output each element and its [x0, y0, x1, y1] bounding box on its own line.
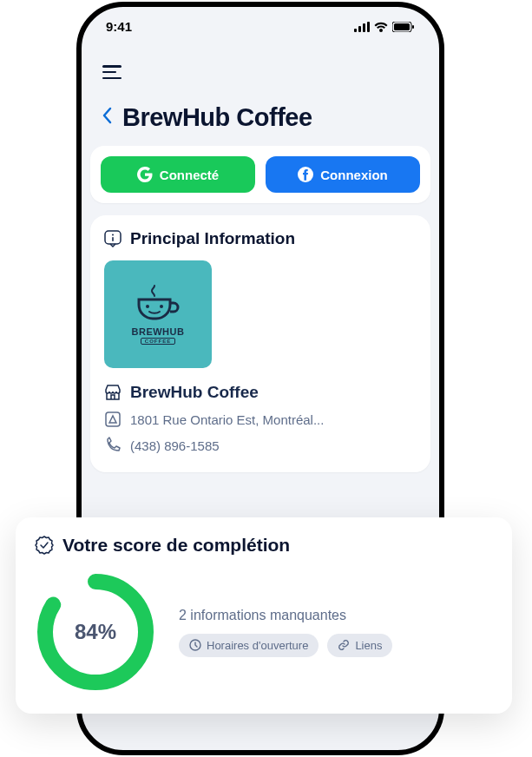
logo-brand-text: BREWHUB: [132, 326, 185, 337]
missing-chips: Horaires d'ouverture Liens: [179, 634, 392, 657]
svg-rect-1: [358, 26, 361, 32]
info-icon: [104, 230, 122, 247]
map-pin-icon: [104, 411, 122, 428]
social-buttons-row: Connecté Connexion: [90, 146, 430, 203]
chip-hours-label: Horaires d'ouverture: [207, 639, 308, 652]
phone-row: (438) 896-1585: [104, 432, 417, 458]
link-icon: [338, 639, 350, 651]
completion-score-card: Votre score de complétion 84% 2 informat…: [16, 517, 512, 714]
chevron-left-icon: [102, 107, 112, 124]
business-name: BrewHub Coffee: [130, 383, 259, 402]
svg-point-12: [160, 305, 163, 308]
logo-sub-text: COFFEE: [141, 338, 175, 345]
svg-rect-6: [412, 25, 414, 29]
google-icon: [137, 167, 153, 182]
svg-rect-5: [394, 23, 410, 30]
menu-button[interactable]: [82, 41, 439, 79]
business-name-row: BrewHub Coffee: [104, 378, 417, 406]
principal-info-card: Principal Information BREWHUB COFFEE Bre…: [90, 215, 430, 472]
coffee-cup-icon: [134, 284, 182, 324]
phone-icon: [104, 437, 122, 454]
clock-icon: [189, 639, 201, 651]
facebook-icon: [298, 167, 313, 182]
store-icon: [104, 384, 122, 401]
signal-icon: [354, 22, 370, 32]
page-header: BrewHub Coffee: [82, 79, 439, 146]
battery-icon: [392, 22, 415, 32]
chip-hours[interactable]: Horaires d'ouverture: [179, 634, 319, 657]
missing-count-text: 2 informations manquantes: [179, 608, 392, 623]
completion-header: Votre score de complétion: [35, 535, 493, 556]
missing-info: 2 informations manquantes Horaires d'ouv…: [179, 608, 392, 657]
back-button[interactable]: [102, 107, 112, 129]
svg-point-11: [146, 305, 149, 308]
status-icons: [354, 22, 415, 32]
business-logo: BREWHUB COFFEE: [104, 260, 212, 368]
badge-check-icon: [35, 536, 54, 555]
phone-text: (438) 896-1585: [130, 438, 220, 453]
hamburger-icon: [102, 65, 122, 79]
google-connect-button[interactable]: Connecté: [101, 156, 255, 193]
svg-rect-0: [354, 29, 357, 32]
principal-info-title: Principal Information: [130, 229, 295, 248]
svg-rect-2: [363, 23, 365, 32]
chip-links[interactable]: Liens: [327, 634, 392, 657]
progress-ring: 84%: [35, 571, 156, 693]
progress-percent: 84%: [75, 620, 116, 644]
svg-point-9: [112, 234, 114, 236]
principal-info-header: Principal Information: [104, 229, 417, 248]
svg-rect-3: [367, 22, 370, 32]
completion-title: Votre score de complétion: [62, 535, 290, 556]
page-title: BrewHub Coffee: [122, 103, 312, 132]
status-bar: 9:41: [82, 7, 439, 41]
facebook-button-label: Connexion: [320, 168, 388, 182]
address-text: 1801 Rue Ontario Est, Montréal...: [130, 412, 324, 427]
google-button-label: Connecté: [160, 168, 219, 182]
facebook-connect-button[interactable]: Connexion: [266, 156, 420, 193]
wifi-icon: [374, 22, 388, 32]
address-row: 1801 Rue Ontario Est, Montréal...: [104, 406, 417, 432]
chip-links-label: Liens: [355, 639, 382, 652]
status-time: 9:41: [106, 19, 132, 34]
svg-rect-10: [112, 237, 114, 241]
